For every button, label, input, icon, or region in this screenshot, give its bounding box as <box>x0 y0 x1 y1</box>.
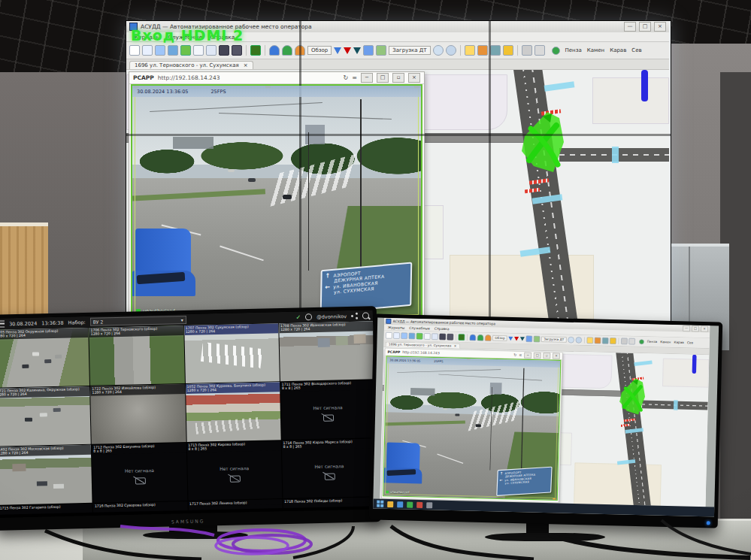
undo-icon[interactable] <box>503 45 513 56</box>
people-icon[interactable] <box>363 45 374 56</box>
camera-tile[interactable]: 1717 Пенза 302 Ленина (обзор) <box>188 499 282 510</box>
city-tab-penza[interactable]: Пенза <box>565 47 582 53</box>
city-tab-2[interactable]: Камен <box>660 341 671 344</box>
binoculars-2-icon[interactable] <box>232 45 242 56</box>
tree-green-icon[interactable] <box>282 45 292 56</box>
load-dt-button[interactable]: Загрузка ДТ <box>389 46 430 55</box>
filter-dark-icon[interactable] <box>353 47 361 54</box>
tree-blue-icon[interactable] <box>269 45 280 56</box>
city-tab-penza[interactable]: Пенза <box>647 340 657 344</box>
refresh-icon[interactable]: ↻ <box>513 353 516 357</box>
pcapp-header[interactable]: PCAPP http://192.168.14.243 ↻ ≡ − □ ▫ × <box>129 72 424 84</box>
city-tab-4[interactable]: Сев <box>687 341 693 345</box>
share-icon[interactable] <box>351 313 358 319</box>
undo-icon[interactable] <box>610 338 616 344</box>
taskbar-app-icon[interactable] <box>387 501 393 507</box>
pcapp-maximize-button[interactable]: □ <box>534 353 541 359</box>
maximize-button[interactable]: □ <box>639 22 651 32</box>
camera-tile[interactable]: 1721 Пенза 302 Калинина, Окружная (обзор… <box>0 386 91 446</box>
camera-tile[interactable]: 1052 Пенза 302 Кураева, Бакунина (обзор)… <box>185 382 280 442</box>
person-yellow-icon[interactable] <box>586 337 593 344</box>
pcapp-maximize-button[interactable]: □ <box>377 73 389 83</box>
pcapp-restore-button[interactable]: ▫ <box>543 353 550 359</box>
menu-service[interactable]: Служебные <box>409 325 430 330</box>
binoculars-icon[interactable] <box>439 334 446 341</box>
map-scroll-indicator[interactable] <box>641 70 648 101</box>
open-icon[interactable] <box>142 45 153 56</box>
menu-icon[interactable]: ≡ <box>352 74 357 81</box>
cursor-icon[interactable] <box>206 45 217 56</box>
map-scroll-indicator[interactable] <box>692 355 697 374</box>
tree-orange-icon[interactable] <box>485 334 492 341</box>
zoom-in-icon[interactable] <box>433 45 444 56</box>
print-icon[interactable] <box>522 45 532 56</box>
username[interactable]: @dvonnikov <box>316 313 347 320</box>
copy-icon[interactable] <box>534 45 545 56</box>
start-button[interactable] <box>377 501 383 507</box>
tree-green-icon[interactable] <box>477 334 484 341</box>
pcapp-url[interactable]: http://192.168.14.243 <box>402 350 440 356</box>
person-orange-icon[interactable] <box>594 338 601 344</box>
filter-blue-icon[interactable] <box>508 336 513 341</box>
zoom-select-icon[interactable] <box>575 337 582 344</box>
camera-tile-no-signal[interactable]: 1711 Пенза 302 Володарского (обзор)8 x 8… <box>280 380 376 440</box>
pcapp-minimize-button[interactable]: − <box>524 353 531 359</box>
menu-help[interactable]: Справка <box>435 326 450 331</box>
menu-journals[interactable]: Журналы <box>388 325 405 330</box>
filter-red-icon[interactable] <box>344 47 351 54</box>
new-doc-icon[interactable] <box>386 332 392 339</box>
camera-tile[interactable]: 1707 Пенза 302 Сухумская (обзор)1280 x 7… <box>184 323 280 383</box>
filter-dark-icon[interactable] <box>520 337 525 341</box>
green-panel-icon[interactable] <box>180 45 191 56</box>
maximize-button[interactable]: □ <box>692 325 699 331</box>
camera-tab-close-icon[interactable]: × <box>244 62 248 68</box>
camera-tile[interactable]: 1718 Пенза 302 Победы (обзор) <box>283 497 377 508</box>
person-yellow-icon[interactable] <box>465 45 475 56</box>
tree-blue-icon[interactable] <box>470 334 477 341</box>
binoculars-2-icon[interactable] <box>447 334 454 341</box>
camera-tile[interactable]: 1722 Пенза 302 Измайлова (обзор)1280 x 7… <box>90 384 186 444</box>
hamburger-menu-icon[interactable] <box>0 320 5 327</box>
people-icon[interactable] <box>526 336 533 343</box>
monitors-icon[interactable] <box>401 332 407 339</box>
home-icon[interactable] <box>193 45 204 56</box>
pcapp-window[interactable]: PCAPP http://192.168.14.243 ↻ ≡ − □ ▫ × <box>129 71 425 322</box>
search-icon[interactable] <box>362 312 369 319</box>
minimize-button[interactable]: — <box>624 22 636 32</box>
wand-icon[interactable] <box>376 45 386 56</box>
screen-icon[interactable] <box>409 333 416 340</box>
leaf-icon[interactable] <box>250 45 261 56</box>
camera-tile-no-signal[interactable]: 1713 Пенза 302 Кирова (обзор)8 x 8 | 265… <box>186 440 282 501</box>
camera-tile-no-signal[interactable]: 1712 Пенза 302 Бакунина (обзор)8 x 8 | 2… <box>92 443 187 503</box>
copy-icon[interactable] <box>628 338 635 345</box>
camera-tile[interactable]: 1706 Пенза 302 Терновского (обзор)1280 x… <box>89 325 184 386</box>
overview-button[interactable]: Обзор <box>492 335 507 341</box>
taskbar-app-icon[interactable] <box>397 501 403 507</box>
pcapp-url[interactable]: http://192.168.14.243 <box>158 74 220 81</box>
camera-tile[interactable]: 1705 Пенза 302 Окружная (обзор)1280 x 72… <box>0 328 89 388</box>
pcapp-minimize-button[interactable]: − <box>361 73 373 83</box>
camera-set-select[interactable]: ВУ 2▾ <box>90 316 186 326</box>
city-tab-4[interactable]: Сев <box>631 47 641 53</box>
taskbar-app-icon[interactable] <box>407 501 413 507</box>
camera-tile-no-signal[interactable]: 1714 Пенза 302 Карла Маркса (обзор)8 x 8… <box>281 438 377 498</box>
green-panel-icon[interactable] <box>416 333 423 340</box>
new-doc-icon[interactable] <box>129 45 140 56</box>
zoom-select-icon[interactable] <box>446 45 456 56</box>
close-button[interactable]: × <box>654 22 666 32</box>
camera-tile[interactable]: 1716 Пенза 302 Суворова (обзор) <box>93 501 187 513</box>
camera-feed[interactable]: ↑ АЭРОПОРТ ДЕЖУРНАЯ АПТЕКА ← ул. ИВАНОВС… <box>132 86 421 317</box>
open-icon[interactable] <box>393 332 400 339</box>
zoom-in-icon[interactable] <box>568 337 574 344</box>
binoculars-icon[interactable] <box>219 45 229 56</box>
export-icon[interactable] <box>602 338 609 344</box>
camera-tile[interactable]: 1708 Пенза 302 Ивановская (обзор)1280 x … <box>279 321 374 381</box>
pcapp-window[interactable]: PCAPP http://192.168.14.243 ↻ ≡ − □ ▫ × <box>381 348 562 503</box>
monitors-icon[interactable] <box>155 45 165 56</box>
taskbar-app-icon[interactable] <box>416 501 422 507</box>
camera-tab[interactable]: 1696 ул. Терновского - ул. Сухумская × <box>129 61 253 69</box>
camera-feed[interactable]: ↑ АЭРОПОРТ ДЕЖУРНАЯ АПТЕКА ← ул. ИВАНОВС… <box>383 356 560 499</box>
taskbar-app-icon[interactable] <box>426 502 432 508</box>
city-tab-2[interactable]: Камен <box>587 47 604 53</box>
camera-tab-close-icon[interactable]: × <box>454 344 457 348</box>
